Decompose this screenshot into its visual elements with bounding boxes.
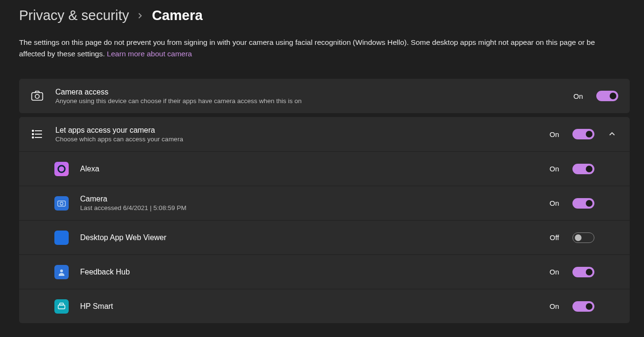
svg-point-8 [58,166,65,172]
camera-access-texts: Camera access Anyone using this device c… [55,88,562,105]
svg-point-4 [32,134,34,135]
camera-access-title: Camera access [55,88,562,96]
alexa-app-icon [54,162,69,176]
app-row-camera[interactable]: Camera Last accessed 6/4/2021 | 5:08:59 … [19,186,630,220]
svg-point-1 [35,95,39,98]
breadcrumb-parent[interactable]: Privacy & security [19,8,129,23]
page-description: The settings on this page do not prevent… [19,37,620,60]
camera-access-subtitle: Anyone using this device can choose if t… [55,97,562,105]
app-row-alexa[interactable]: Alexa On [19,151,630,186]
chevron-right-icon [137,13,143,19]
app-row-feedback-hub[interactable]: Feedback Hub On [19,254,630,289]
app-toggle-hp-smart[interactable] [572,301,594,312]
app-row-desktop-web-viewer[interactable]: Desktop App Web Viewer Off [19,220,630,254]
app-name: HP Smart [80,302,538,311]
svg-point-11 [60,269,63,272]
apps-access-panel: Let apps access your camera Choose which… [19,117,630,323]
list-icon [31,127,44,141]
app-state: On [550,199,559,207]
app-toggle-desktop-web-viewer[interactable] [572,232,594,243]
app-name: Camera [80,195,538,203]
svg-rect-9 [58,201,65,206]
app-name: Desktop App Web Viewer [80,233,538,242]
app-state: On [550,165,559,173]
app-state: On [550,268,559,276]
apps-access-title: Let apps access your camera [55,126,538,135]
camera-access-state: On [573,92,583,100]
app-toggle-camera[interactable] [572,198,594,209]
feedback-hub-app-icon [54,265,69,279]
app-state: Off [550,233,559,242]
svg-point-2 [32,130,34,132]
app-toggle-alexa[interactable] [572,164,594,174]
svg-point-6 [32,137,34,138]
svg-rect-12 [58,305,65,309]
breadcrumb: Privacy & security Camera [19,8,630,23]
desktop-web-viewer-app-icon [54,231,69,245]
learn-more-link[interactable]: Learn more about camera [107,50,192,58]
app-state: On [550,302,559,310]
camera-access-panel: Camera access Anyone using this device c… [19,79,630,113]
app-row-hp-smart[interactable]: HP Smart On [19,289,630,323]
app-subtitle: Last accessed 6/4/2021 | 5:08:59 PM [80,204,538,211]
svg-rect-0 [32,93,43,100]
app-texts: Desktop App Web Viewer [80,233,538,242]
camera-app-icon [54,196,69,211]
app-texts: Feedback Hub [80,268,538,276]
app-texts: Camera Last accessed 6/4/2021 | 5:08:59 … [80,195,538,211]
apps-access-toggle[interactable] [572,129,594,139]
apps-access-state: On [550,130,559,138]
svg-point-10 [60,202,63,205]
svg-rect-13 [60,303,63,305]
apps-access-texts: Let apps access your camera Choose which… [55,126,538,143]
app-texts: HP Smart [80,302,538,311]
chevron-up-icon[interactable] [606,131,618,137]
breadcrumb-current: Camera [152,8,202,23]
description-text: The settings on this page do not prevent… [19,38,595,58]
apps-access-row[interactable]: Let apps access your camera Choose which… [19,117,630,151]
camera-icon [31,89,44,103]
app-name: Alexa [80,165,538,173]
hp-smart-app-icon [54,299,69,314]
camera-access-toggle[interactable] [596,91,618,101]
app-texts: Alexa [80,165,538,173]
apps-access-subtitle: Choose which apps can access your camera [55,136,538,143]
app-name: Feedback Hub [80,268,538,276]
camera-access-row[interactable]: Camera access Anyone using this device c… [19,79,630,113]
app-toggle-feedback-hub[interactable] [572,267,594,277]
